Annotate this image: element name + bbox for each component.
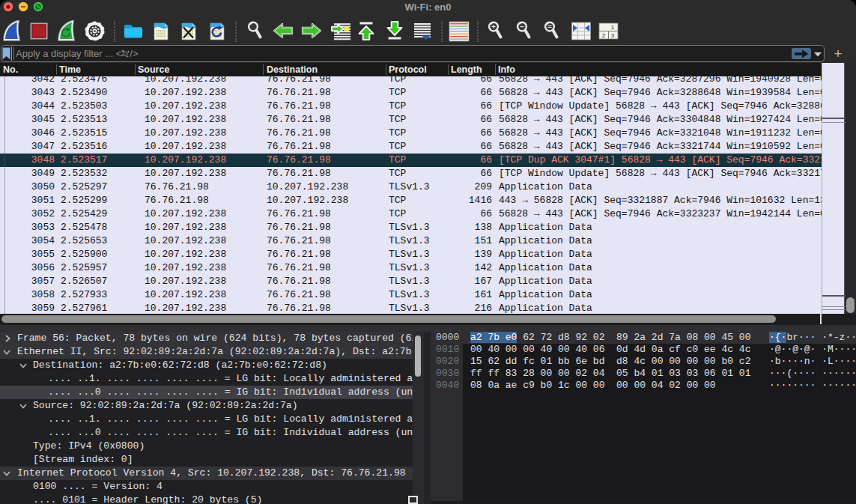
svg-text:+: +: [491, 22, 496, 31]
svg-text:2: 2: [602, 32, 606, 39]
svg-text:3: 3: [611, 32, 615, 39]
svg-text:1: 1: [611, 24, 615, 31]
svg-text:−: −: [520, 22, 524, 31]
svg-text:=: =: [547, 22, 552, 31]
